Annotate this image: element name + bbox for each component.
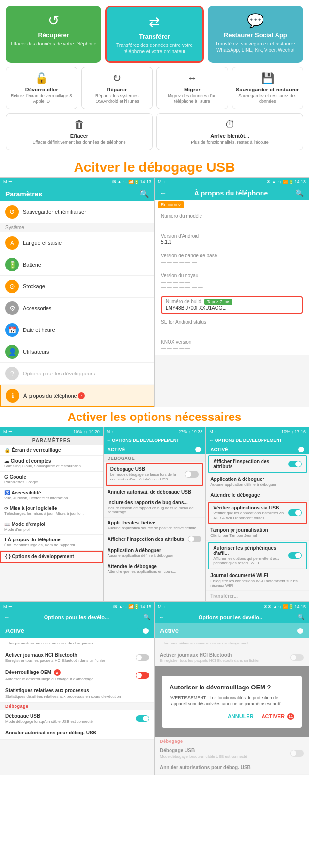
dialog-buttons: ANNULER ACTIVER 11 bbox=[170, 713, 294, 720]
dev-maj[interactable]: ⟳ Mise à jour logicielle Téléchargez les… bbox=[0, 503, 103, 519]
verifier-toggle[interactable] bbox=[288, 509, 302, 516]
dev-right-afficher-inner: Afficher l'inspection des attributs bbox=[209, 456, 306, 472]
dialog-cancel-button[interactable]: ANNULER bbox=[228, 713, 254, 720]
dev-right-verifier-row: Vérifier applications via USB Vérifier q… bbox=[213, 505, 302, 520]
dev-right-transferer[interactable]: Transférer... bbox=[206, 591, 309, 601]
card-migrer[interactable]: ↔ Migrer Migrez des données d'un télépho… bbox=[156, 67, 228, 109]
card-deverrouiller[interactable]: 🔓 Déverrouiller Retirez l'écran de verro… bbox=[6, 67, 77, 109]
dev-apropos[interactable]: ℹ À propos du téléphone État, Mentions l… bbox=[0, 535, 103, 551]
effacer-title: Effacer bbox=[70, 133, 88, 139]
card-sauvegarder[interactable]: 💾 Sauvegarder et restaurer Sauvegardez e… bbox=[232, 67, 304, 109]
bottom-left-annuler-usb[interactable]: Annuler autorisations pour débog. USB bbox=[0, 727, 154, 740]
bottom-right-items-pre-dialog: …les paramètres en cours en cours de cha… bbox=[155, 638, 309, 666]
deverrouiller-title: Déverrouiller bbox=[25, 87, 58, 92]
dev-mid-debogage-usb[interactable]: Débogage USB Le mode débogage se lance l… bbox=[106, 463, 204, 485]
card-recuperer[interactable]: ↺ Récupérer Effacer des données de votre… bbox=[6, 6, 101, 63]
effacer-icon: 🗑 bbox=[74, 119, 85, 131]
dev-mode-emploi[interactable]: 📖 Mode d'emploi Mode d'emploi bbox=[0, 519, 103, 535]
dev-right-active-toggle[interactable] bbox=[291, 446, 305, 453]
bottom-left-search[interactable]: 🔍 bbox=[143, 614, 150, 620]
bottom-left-active-toggle[interactable] bbox=[136, 628, 149, 634]
dev-options-link[interactable]: { } Options de développement bbox=[0, 551, 103, 563]
dev-mid-toggle-row: Débogage USB Le mode débogage se lance l… bbox=[110, 466, 199, 481]
migrer-desc: Migrez des données d'un téléphone à l'au… bbox=[160, 93, 225, 104]
bottom-left-stats[interactable]: Statistiques relatives aux processus Sta… bbox=[0, 685, 154, 703]
retournez-badge: Retournez bbox=[158, 201, 184, 208]
about-android: Version d'Android 5.1.1 bbox=[155, 229, 309, 249]
dev-right-attendre[interactable]: Attendre le débogage bbox=[206, 490, 309, 501]
dev-right-tampon[interactable]: Tampon pr journalisation Clic ici par Ta… bbox=[206, 525, 309, 541]
usb-debug-toggle[interactable] bbox=[136, 715, 149, 722]
dev-mid-inclure[interactable]: Inclure des rapports de bug dans... Incl… bbox=[104, 497, 206, 518]
bottom-right-active-label: Activé bbox=[160, 627, 179, 634]
phone-settings: M ☰ ✉ ▲ ↑↓ 📶🔋 14:13 Paramètres 🔍 ↺ Sauve… bbox=[0, 177, 154, 407]
oem-toggle[interactable] bbox=[136, 672, 149, 679]
dev-left-body: 🔒 Écran de verrouillage ☁ Cloud et compt… bbox=[0, 445, 103, 563]
afficher-toggle[interactable] bbox=[188, 536, 201, 542]
afficher-insp-toggle[interactable] bbox=[288, 461, 302, 467]
tapez-badge: Tapez 7 fois bbox=[204, 299, 232, 305]
back-icon[interactable]: ← bbox=[160, 189, 167, 197]
dev-right-afficher-toggle-row: Afficher l'inspection des attributs bbox=[213, 459, 302, 469]
card-effacer[interactable]: 🗑 Effacer Effacer définitivement les don… bbox=[6, 113, 153, 150]
bottom-left-title: Options pour les devélo... bbox=[44, 614, 109, 620]
settings-langue[interactable]: A Langue et saisie bbox=[0, 232, 154, 254]
bottom-right-search[interactable]: 🔍 bbox=[298, 614, 305, 620]
bottom-left-back[interactable]: ← bbox=[4, 614, 10, 620]
settings-sauvegarder[interactable]: ↺ Sauvegarder et réinitialiser bbox=[0, 201, 154, 223]
autoriser-toggle[interactable] bbox=[288, 552, 302, 559]
settings-date[interactable]: 📅 Date et heure bbox=[0, 319, 154, 341]
dev-right-autoriser[interactable]: Autoriser les périphériques d'affi... Af… bbox=[208, 542, 307, 569]
search-icon[interactable]: 🔍 bbox=[139, 189, 149, 198]
dev-mid-afficher[interactable]: Afficher l'inspection des attributs bbox=[104, 533, 206, 545]
card-restaurer[interactable]: 💬 Restaurer Social App Transférez, sauve… bbox=[208, 6, 303, 63]
dev-right-back[interactable]: ← OPTIONS DE DÉVELOPPEMENT bbox=[209, 438, 282, 443]
bottom-left-hci[interactable]: Activer journaux HCI Bluetooth Enregistr… bbox=[0, 649, 154, 667]
dev-mid-locales[interactable]: Appli. locales. fictive Aucune applicati… bbox=[104, 518, 206, 534]
settings-batterie[interactable]: 🔋 Batterie bbox=[0, 254, 154, 276]
date-icon: 📅 bbox=[5, 323, 19, 337]
dev-right-header: ← OPTIONS DE DÉVELOPPEMENT bbox=[206, 436, 309, 445]
hci-labels: Activer journaux HCI Bluetooth Enregistr… bbox=[5, 652, 105, 663]
bottom-left-oem[interactable]: Déverrouillage OEM 2 Autoriser le déverr… bbox=[0, 666, 154, 685]
r-hci-toggle bbox=[290, 654, 304, 661]
dev-left-status-left: M ☰ bbox=[3, 429, 12, 434]
search-icon-about[interactable]: 🔍 bbox=[295, 189, 304, 197]
dev-right-afficher[interactable]: Afficher l'inspection des attributs bbox=[208, 455, 307, 473]
dev-mid-back[interactable]: ← OPTIONS DE DÉVELOPPEMENT bbox=[107, 438, 179, 443]
bottom-left-usb-debug[interactable]: Débogage USB Mode débogage lorsqu'un câb… bbox=[0, 710, 154, 728]
bottom-right-active-toggle[interactable] bbox=[290, 628, 304, 634]
about-status-right: ✉ ▲ ↑↓ 📶🔋 14:13 bbox=[267, 180, 306, 184]
settings-statusbar: M ☰ ✉ ▲ ↑↓ 📶🔋 14:13 bbox=[0, 178, 154, 186]
dev-right-verifier[interactable]: Vérifier applications via USB Vérifier q… bbox=[208, 502, 307, 524]
utilisateurs-label: Utilisateurs bbox=[23, 349, 49, 355]
transferer-desc: Transférez des données entre votre télép… bbox=[111, 42, 197, 55]
dev-left-status-right: 10% ↑↓ 19:20 bbox=[73, 429, 100, 434]
dev-cloud[interactable]: ☁ Cloud et comptes Samsung Cloud, Sauveg… bbox=[0, 456, 103, 472]
top-section: ↺ Récupérer Effacer des données de votre… bbox=[0, 0, 309, 156]
dev-mid-app-deb[interactable]: Application à déboguer Aucune applicatio… bbox=[104, 545, 206, 561]
about-modele: Numéro du modèle — — — — bbox=[155, 210, 309, 229]
dev-right-app-deb[interactable]: Application à déboguer Aucune applicatio… bbox=[206, 474, 309, 490]
settings-stockage[interactable]: ⊙ Stockage bbox=[0, 276, 154, 298]
active-toggle[interactable] bbox=[188, 446, 201, 453]
dev-right-status-right: 10% ↑ 17:16 bbox=[281, 429, 306, 434]
dev-right-journal-wifi[interactable]: Journal documenté Wi-Fi Enregistre les c… bbox=[206, 570, 309, 591]
dev-accessibilite[interactable]: ♿ Accessibilité Vue, Audition, Dextérité… bbox=[0, 488, 103, 504]
dev-mid-attendre[interactable]: Attendre le débogage Attendre que les ap… bbox=[104, 561, 206, 577]
dev-mid-annuler[interactable]: Annuler autorisai. de débogage USB bbox=[104, 487, 206, 497]
settings-utilisateurs[interactable]: 👤 Utilisateurs bbox=[0, 341, 154, 363]
about-build[interactable]: Numéro de build Tapez 7 fois LMY48B.J700… bbox=[161, 296, 303, 314]
card-reparer[interactable]: ↻ Réparer Réparez les systèmes iOS/Andro… bbox=[81, 67, 153, 109]
dialog-confirm-button[interactable]: ACTIVER 11 bbox=[262, 713, 294, 720]
active-text: ACTIVÉ bbox=[108, 447, 125, 452]
settings-accessories[interactable]: ⚙ Accessories bbox=[0, 298, 154, 319]
hci-toggle[interactable] bbox=[136, 654, 149, 661]
card-transferer[interactable]: ⇄ Transférer Transférez des données entr… bbox=[105, 6, 203, 63]
dev-google[interactable]: G Google Paramètres Google bbox=[0, 472, 103, 488]
debogage-usb-toggle[interactable] bbox=[185, 471, 199, 478]
dev-ecran[interactable]: 🔒 Écran de verrouillage bbox=[0, 445, 103, 456]
bottom-right-back[interactable]: ← bbox=[159, 614, 164, 620]
settings-apropos[interactable]: ℹ À propos du téléphone 7 bbox=[0, 385, 154, 407]
utilisateurs-icon: 👤 bbox=[5, 345, 19, 359]
